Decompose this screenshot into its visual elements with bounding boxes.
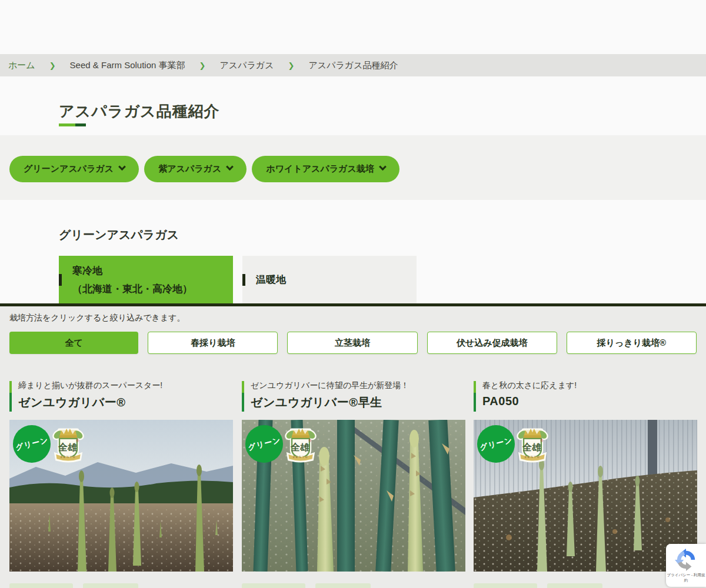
breadcrumb-asparagus-link[interactable]: アスパラガス — [219, 60, 274, 71]
variety-list-section: 栽培方法をクリックすると絞り込みできます。 全て 春採り栽培 立茎栽培 伏せ込み… — [0, 306, 706, 588]
svg-text:全雄: 全雄 — [290, 442, 310, 452]
svg-text:ZENYU: ZENYU — [61, 455, 76, 459]
tag-chip — [242, 583, 305, 588]
card-header: 締まりと揃いが抜群のスーパースター! ゼンユウガリバー® — [9, 379, 233, 412]
white-asparagus-dropdown-button[interactable]: ホワイトアスパラガス栽培 — [252, 156, 399, 182]
green-asparagus-dropdown-button[interactable]: グリーンアスパラガス — [9, 156, 139, 182]
page: ホーム ❯ Seed & Farm Solution 事業部 ❯ アスパラガス … — [0, 0, 706, 588]
breadcrumb-chevron-icon: ❯ — [288, 61, 295, 70]
filter-forcing-culture-button[interactable]: 伏せ込み促成栽培 — [427, 332, 557, 354]
color-type-badge: グリーン — [477, 425, 515, 463]
svg-text:®: ® — [540, 439, 543, 443]
card-product-name[interactable]: ゼンユウガリバー® — [18, 395, 233, 410]
card-catchcopy: 締まりと揃いが抜群のスーパースター! — [18, 379, 233, 391]
filter-single-harvest-button[interactable]: 採りっきり栽培® — [567, 332, 697, 354]
card-accent-bar — [9, 381, 12, 412]
filter-standing-stem-button[interactable]: 立茎栽培 — [287, 332, 417, 354]
page-title: アスパラガス品種紹介 — [59, 101, 220, 122]
chevron-down-icon — [379, 163, 387, 171]
recaptcha-badge[interactable]: プライバシー - 利用規約 — [666, 544, 706, 587]
breadcrumb-division-link[interactable]: Seed & Farm Solution 事業部 — [70, 60, 185, 71]
category-buttons: グリーンアスパラガス 紫アスパラガス ホワイトアスパラガス栽培 — [9, 156, 399, 182]
svg-text:全雄: 全雄 — [58, 442, 78, 452]
cultivation-tag-chips — [9, 583, 233, 588]
tag-chip — [547, 583, 602, 588]
card-accent-bar — [474, 381, 476, 412]
product-card-pa050: 春と秋の太さに応えます! PA050 — [474, 379, 697, 588]
chevron-down-icon — [118, 163, 126, 171]
card-header: ゼンユウガリバーに待望の早生が新登場！ ゼンユウガリバー®早生 — [242, 379, 465, 412]
section-heading: グリーンアスパラガス — [59, 227, 179, 243]
category-section: グリーンアスパラガス 紫アスパラガス ホワイトアスパラガス栽培 — [0, 135, 706, 200]
site-header-spacer — [0, 0, 706, 54]
cultivation-tag-chips — [242, 583, 465, 588]
tag-chip — [9, 583, 73, 588]
filter-spring-harvest-button[interactable]: 春採り栽培 — [148, 332, 278, 354]
zenyu-brand-logo: 全雄 ® ZENYU — [516, 425, 549, 466]
tag-chip — [315, 583, 371, 588]
tab-cold-region-label: 寒冷地 （北海道・東北・高冷地） — [72, 261, 192, 298]
breadcrumb-current-page: アスパラガス品種紹介 — [308, 60, 398, 71]
chevron-down-icon — [226, 163, 234, 171]
filter-hint-text: 栽培方法をクリックすると絞り込みできます。 — [9, 313, 185, 323]
color-type-badge: グリーン — [13, 425, 51, 463]
svg-text:ZENYU: ZENYU — [293, 455, 309, 459]
purple-asparagus-dropdown-button[interactable]: 紫アスパラガス — [144, 156, 247, 182]
svg-text:全雄: 全雄 — [522, 442, 542, 452]
tab-warm-region-label: 温暖地 — [256, 270, 286, 289]
product-card-zenyu-gulliver-wase: ゼンユウガリバーに待望の早生が新登場！ ゼンユウガリバー®早生 — [242, 379, 465, 588]
recaptcha-privacy-links[interactable]: プライバシー - 利用規約 — [666, 573, 706, 583]
zenyu-brand-logo: 全雄 ® ZENYU — [52, 425, 85, 466]
tag-chip — [474, 583, 537, 588]
breadcrumb: ホーム ❯ Seed & Farm Solution 事業部 ❯ アスパラガス … — [0, 54, 706, 76]
card-catchcopy: 春と秋の太さに応えます! — [482, 379, 697, 391]
tag-chip — [83, 583, 138, 588]
card-photo-mulch-field[interactable]: グリーン 全雄 ® — [474, 420, 697, 572]
region-tab-section: グリーンアスパラガス 寒冷地 （北海道・東北・高冷地） 温暖地 — [0, 200, 706, 303]
title-underline — [59, 123, 86, 126]
breadcrumb-chevron-icon: ❯ — [49, 61, 56, 70]
breadcrumb-home-link[interactable]: ホーム — [8, 60, 35, 71]
card-product-name[interactable]: ゼンユウガリバー®早生 — [251, 395, 465, 410]
svg-text:ZENYU: ZENYU — [525, 455, 541, 459]
tab-warm-region[interactable]: 温暖地 — [242, 256, 417, 303]
product-card-zenyu-gulliver: 締まりと揃いが抜群のスーパースター! ゼンユウガリバー® — [9, 379, 233, 588]
filter-all-button[interactable]: 全て — [9, 332, 138, 354]
recaptcha-icon — [675, 549, 697, 571]
cultivation-filter-row: 全て 春採り栽培 立茎栽培 伏せ込み促成栽培 採りっきり栽培® — [9, 332, 697, 354]
card-header: 春と秋の太さに応えます! PA050 — [474, 379, 697, 412]
color-type-badge: グリーン — [245, 425, 283, 463]
title-section: アスパラガス品種紹介 — [0, 76, 706, 135]
white-asparagus-dropdown-label: ホワイトアスパラガス栽培 — [266, 163, 374, 175]
svg-text:®: ® — [308, 439, 311, 443]
card-photo-stalks[interactable]: グリーン 全雄 ® — [242, 420, 465, 572]
breadcrumb-chevron-icon: ❯ — [199, 61, 206, 70]
zenyu-brand-logo: 全雄 ® ZENYU — [284, 425, 317, 466]
tab-cold-region[interactable]: 寒冷地 （北海道・東北・高冷地） — [59, 256, 233, 303]
card-photo-field[interactable]: グリーン 全雄 ® — [9, 420, 233, 572]
svg-text:®: ® — [76, 439, 79, 443]
cultivation-tag-chips — [474, 583, 697, 588]
green-asparagus-dropdown-label: グリーンアスパラガス — [24, 163, 114, 175]
card-catchcopy: ゼンユウガリバーに待望の早生が新登場！ — [251, 379, 465, 391]
card-product-name[interactable]: PA050 — [482, 395, 697, 408]
card-accent-bar — [242, 381, 244, 412]
purple-asparagus-dropdown-label: 紫アスパラガス — [158, 163, 221, 175]
